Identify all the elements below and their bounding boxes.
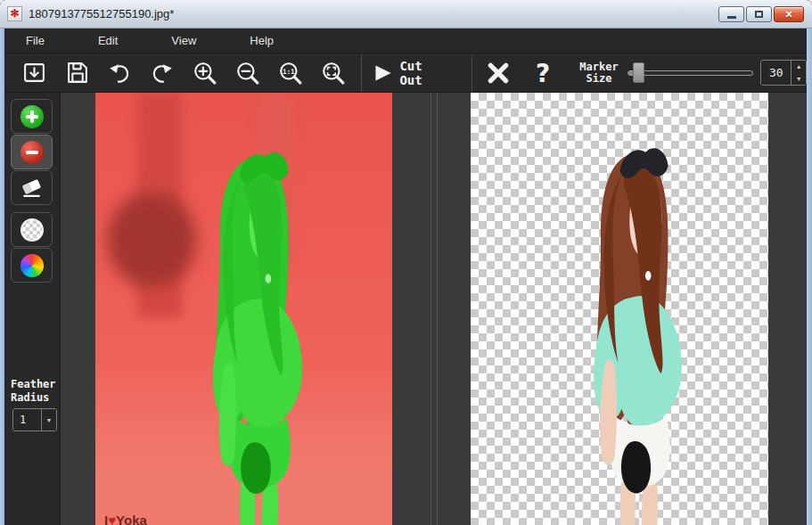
zoom-in-button[interactable]: [192, 60, 218, 86]
cut-out-label: Cut Out: [399, 59, 445, 87]
cancel-button[interactable]: [485, 60, 512, 86]
zoom-fit-icon: [321, 61, 346, 86]
menu-view[interactable]: View: [171, 34, 196, 47]
foreground-marked-person: [167, 136, 336, 525]
close-icon: ✕: [784, 9, 792, 21]
tool-sidebar: Feather Radius 1 ▼: [4, 93, 61, 525]
redo-icon: [150, 61, 175, 86]
menu-edit[interactable]: Edit: [98, 34, 118, 47]
plus-circle-icon: [21, 105, 44, 128]
maximize-icon: [755, 11, 763, 18]
cutout-play-icon: [373, 62, 392, 85]
zoom-in-icon: [193, 61, 217, 86]
checkerboard-circle-icon: [21, 218, 44, 242]
background-color-tool-button[interactable]: [11, 248, 53, 283]
dropdown-arrow-icon[interactable]: ▼: [41, 409, 56, 431]
watermark-text: I♥Yoka: [104, 513, 147, 525]
spinner-down-icon[interactable]: ▼: [791, 73, 806, 86]
menubar: File Edit View Help: [4, 29, 807, 53]
source-image-pane[interactable]: I♥Yoka: [95, 93, 392, 525]
result-preview-pane[interactable]: [471, 93, 768, 525]
window-title: 1807913775512755190.jpg*: [29, 7, 174, 21]
menu-file[interactable]: File: [26, 34, 45, 47]
svg-text:1:1: 1:1: [283, 68, 295, 76]
heart-icon: ♥: [108, 513, 116, 525]
minimize-icon: [727, 16, 736, 19]
marker-size-value[interactable]: 30: [761, 61, 791, 85]
slider-handle[interactable]: [633, 62, 644, 83]
pane-splitter: [431, 93, 431, 525]
help-button[interactable]: ?: [529, 60, 556, 86]
window-frame: [807, 29, 812, 525]
editor-canvas: I♥Yoka: [61, 93, 807, 525]
undo-button[interactable]: [106, 60, 133, 86]
marker-size-label: Marker Size: [579, 62, 618, 85]
toolbar-separator: [472, 54, 472, 92]
minimize-button[interactable]: [718, 6, 744, 22]
eraser-tool-button[interactable]: [11, 170, 53, 205]
color-wheel-icon: [21, 254, 44, 277]
pane-splitter: [437, 93, 438, 525]
open-icon: [22, 61, 46, 85]
toolbar: 1:1 Cut Out ?: [4, 53, 807, 93]
cutout-person: [548, 132, 715, 525]
close-button[interactable]: ✕: [774, 6, 804, 22]
cancel-x-icon: [486, 61, 511, 86]
spinner-up-icon[interactable]: ▲: [791, 61, 806, 73]
minus-circle-icon: [21, 141, 44, 164]
svg-text:?: ?: [536, 61, 550, 86]
titlebar[interactable]: ✻ 1807913775512755190.jpg* ✕: [0, 0, 812, 29]
feather-radius-label: Feather Radius: [11, 378, 56, 405]
window-frame: [0, 29, 4, 525]
remove-marker-tool-button[interactable]: [11, 135, 53, 169]
maximize-button[interactable]: [746, 6, 772, 22]
zoom-out-icon: [235, 61, 260, 86]
eraser-icon: [20, 176, 44, 200]
marker-size-spinner[interactable]: 30 ▲ ▼: [760, 60, 807, 86]
zoom-actual-icon: 1:1: [278, 61, 303, 86]
toolbar-separator: [361, 54, 362, 92]
save-icon: [65, 61, 89, 85]
open-image-button[interactable]: [21, 60, 47, 86]
redo-button[interactable]: [149, 60, 176, 86]
keep-marker-tool-button[interactable]: [11, 99, 53, 134]
feather-radius-select[interactable]: 1 ▼: [12, 408, 57, 431]
menu-help[interactable]: Help: [250, 34, 274, 47]
undo-icon: [107, 61, 132, 86]
slider-track[interactable]: [627, 70, 754, 76]
feather-radius-value[interactable]: 1: [13, 409, 41, 431]
cut-out-button[interactable]: Cut Out: [373, 59, 445, 87]
save-button[interactable]: [63, 60, 90, 86]
app-window: ✻ 1807913775512755190.jpg* ✕ File Edit V…: [0, 0, 812, 525]
help-question-icon: ?: [530, 61, 555, 86]
marker-size-slider[interactable]: [627, 62, 754, 84]
zoom-out-button[interactable]: [234, 60, 261, 86]
app-icon: ✻: [7, 6, 22, 21]
zoom-actual-button[interactable]: 1:1: [277, 60, 304, 86]
zoom-fit-button[interactable]: [320, 60, 347, 86]
transparency-background-tool-button[interactable]: [11, 212, 53, 247]
